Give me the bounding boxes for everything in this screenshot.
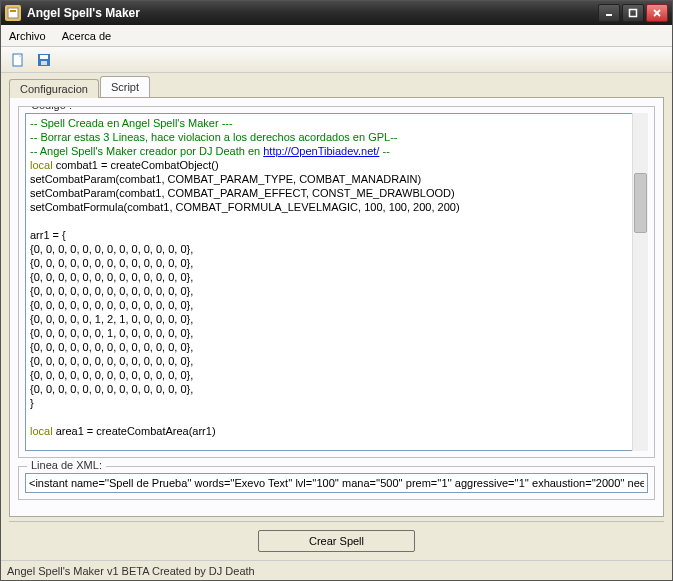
credit-link[interactable]: http://OpenTibiadev.net/ [263, 145, 379, 157]
tab-script[interactable]: Script [100, 76, 150, 97]
app-window: Angel Spell's Maker Archivo Acerca de Co… [0, 0, 673, 581]
code-editor[interactable]: -- Spell Creada en Angel Spell's Maker -… [25, 113, 648, 451]
tab-strip: Configuracion Script [1, 73, 672, 97]
svg-rect-9 [41, 61, 47, 65]
window-title: Angel Spell's Maker [27, 6, 598, 20]
svg-rect-3 [630, 10, 637, 17]
close-button[interactable] [646, 4, 668, 22]
status-text: Angel Spell's Maker v1 BETA Created by D… [7, 565, 255, 577]
codigo-label: Codigo : [27, 106, 76, 111]
xml-label: Linea de XML: [27, 459, 106, 471]
minimize-button[interactable] [598, 4, 620, 22]
app-icon [5, 5, 21, 21]
tab-panel-script: Codigo : -- Spell Creada en Angel Spell'… [9, 97, 664, 517]
tab-configuracion[interactable]: Configuracion [9, 79, 99, 98]
titlebar[interactable]: Angel Spell's Maker [1, 1, 672, 25]
statusbar: Angel Spell's Maker v1 BETA Created by D… [1, 560, 672, 580]
xml-input[interactable] [25, 473, 648, 493]
menu-about[interactable]: Acerca de [62, 30, 112, 42]
svg-rect-0 [8, 8, 18, 18]
svg-rect-8 [40, 55, 48, 59]
maximize-button[interactable] [622, 4, 644, 22]
menu-file[interactable]: Archivo [9, 30, 46, 42]
scrollbar-thumb[interactable] [634, 173, 647, 233]
toolbar [1, 47, 672, 73]
code-scrollbar[interactable] [632, 113, 648, 451]
new-file-icon[interactable] [9, 51, 27, 69]
button-row: Crear Spell [9, 521, 664, 560]
create-spell-button[interactable]: Crear Spell [258, 530, 415, 552]
menubar: Archivo Acerca de [1, 25, 672, 47]
xml-groupbox: Linea de XML: [18, 466, 655, 500]
save-icon[interactable] [35, 51, 53, 69]
svg-rect-1 [10, 10, 16, 12]
codigo-groupbox: Codigo : -- Spell Creada en Angel Spell'… [18, 106, 655, 458]
